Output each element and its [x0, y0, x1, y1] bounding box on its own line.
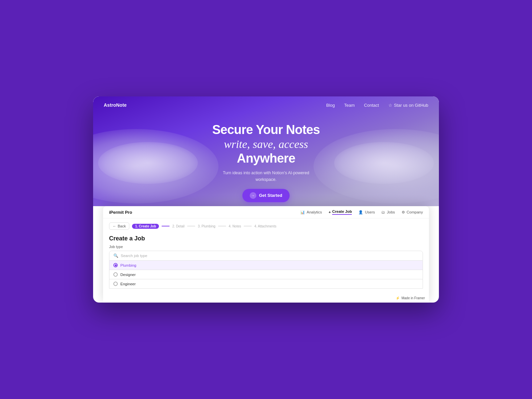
form-title: Create a Job — [109, 235, 423, 242]
search-input-placeholder: Search job type — [121, 254, 419, 258]
nav-create-job[interactable]: + Create Job — [329, 209, 352, 215]
step-3: 3. Plumbing — [198, 224, 215, 228]
cta-button[interactable]: → Get Started — [242, 189, 290, 202]
step-sep-4 — [244, 226, 252, 226]
browser-window: AstroNote Blog Team Contact ☆ Star us on… — [93, 96, 439, 303]
app-body: ← Back 1. Create Job 2. Detail 3. Plumbi… — [103, 218, 429, 293]
step-2-label: 2. Detail — [172, 224, 185, 228]
hero-title-line3: Anywhere — [237, 152, 295, 166]
step-2: 2. Detail — [172, 224, 185, 228]
outer-background: AstroNote Blog Team Contact ☆ Star us on… — [0, 0, 532, 399]
option-designer-label: Designer — [120, 273, 136, 277]
radio-designer — [113, 272, 118, 277]
cta-label: Get Started — [259, 193, 282, 198]
stepper: ← Back 1. Create Job 2. Detail 3. Plumbi… — [109, 222, 423, 230]
step-sep-3 — [218, 226, 226, 226]
option-plumbing-label: Plumbing — [120, 263, 136, 267]
step-3-label: 3. Plumbing — [198, 224, 215, 228]
step-5-label: 4. Attachments — [254, 224, 276, 228]
back-arrow-icon: ← — [113, 224, 116, 228]
back-button[interactable]: ← Back — [109, 222, 129, 230]
app-mockup: iPermit Pro 📊 Analytics + Create Job 👤 U… — [103, 206, 429, 303]
create-job-label: Create Job — [332, 209, 352, 215]
app-header: iPermit Pro 📊 Analytics + Create Job 👤 U… — [103, 206, 429, 218]
option-engineer-label: Engineer — [120, 282, 136, 286]
step-4-label: 4. Notes — [229, 224, 241, 228]
nav-contact[interactable]: Contact — [364, 103, 379, 108]
users-icon: 👤 — [358, 210, 363, 214]
job-option-plumbing[interactable]: Plumbing — [109, 261, 423, 270]
jobs-label: Jobs — [387, 210, 395, 214]
nav-team[interactable]: Team — [344, 103, 355, 108]
job-option-engineer[interactable]: Engineer — [109, 279, 423, 289]
nav-jobs[interactable]: 🗂 Jobs — [381, 210, 395, 214]
logo: AstroNote — [104, 102, 127, 108]
nav-analytics[interactable]: 📊 Analytics — [300, 210, 322, 214]
framer-badge-label: Made in Framer — [401, 296, 425, 300]
analytics-label: Analytics — [307, 210, 322, 214]
hero-subtitle: Turn ideas into action with Notion's AI-… — [216, 170, 316, 183]
company-label: Company — [407, 210, 423, 214]
radio-plumbing — [113, 263, 118, 267]
hero-title-line1: Secure Your Notes — [212, 123, 320, 137]
radio-engineer — [113, 282, 118, 286]
nav-github[interactable]: ☆ Star us on GitHub — [388, 103, 428, 108]
company-icon: ⚙ — [402, 210, 405, 214]
star-icon: ☆ — [388, 103, 392, 108]
create-job-form: Create a Job Job type 🔍 Search job type … — [109, 235, 423, 289]
jobs-icon: 🗂 — [381, 210, 385, 214]
step-5: 4. Attachments — [254, 224, 276, 228]
framer-icon: ⚡ — [396, 296, 400, 300]
analytics-icon: 📊 — [300, 210, 305, 214]
step-sep-2 — [187, 226, 195, 226]
navbar-links: Blog Team Contact ☆ Star us on GitHub — [326, 103, 428, 108]
cta-arrow-icon: → — [250, 192, 256, 199]
create-job-plus-icon: + — [329, 210, 331, 214]
hero-section: AstroNote Blog Team Contact ☆ Star us on… — [93, 96, 439, 206]
app-logo: iPermit Pro — [109, 210, 132, 215]
hero-title-line2: write, save, access — [224, 137, 308, 152]
step-1-badge: 1. Create Job — [132, 224, 159, 229]
back-label: Back — [118, 224, 126, 228]
step-1: 1. Create Job — [132, 224, 159, 229]
step-4: 4. Notes — [229, 224, 241, 228]
search-box[interactable]: 🔍 Search job type — [109, 251, 423, 261]
step-sep-1 — [162, 226, 170, 226]
framer-badge: ⚡ Made in Framer — [396, 296, 425, 300]
hero-content: Secure Your Notes write, save, access An… — [93, 114, 439, 202]
radio-dot-plumbing — [115, 264, 117, 266]
nav-blog[interactable]: Blog — [326, 103, 335, 108]
app-nav: 📊 Analytics + Create Job 👤 Users 🗂 Jobs — [300, 209, 423, 215]
job-option-designer[interactable]: Designer — [109, 270, 423, 279]
nav-company[interactable]: ⚙ Company — [402, 210, 423, 214]
navbar: AstroNote Blog Team Contact ☆ Star us on… — [93, 96, 439, 114]
nav-users[interactable]: 👤 Users — [358, 210, 375, 214]
job-type-label: Job type — [109, 245, 423, 249]
search-icon: 🔍 — [113, 253, 118, 258]
users-label: Users — [365, 210, 375, 214]
